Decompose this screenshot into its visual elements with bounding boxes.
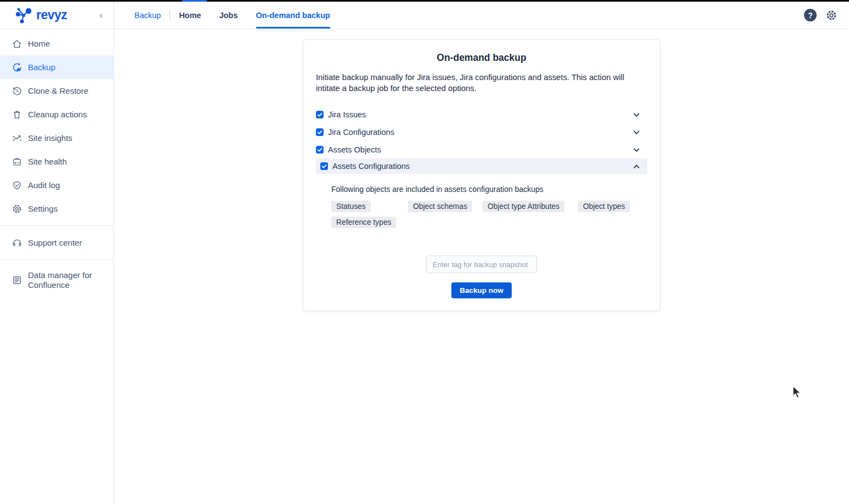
gear-icon xyxy=(11,203,23,215)
history-icon xyxy=(11,85,23,97)
backup-options-list: Jira Issues Jira Configurations xyxy=(316,106,647,228)
sidebar-item-home[interactable]: Home xyxy=(0,32,114,55)
jira-issues-checkbox[interactable] xyxy=(316,111,324,118)
option-label: Assets Objects xyxy=(328,145,381,154)
chevron-down-icon xyxy=(632,146,641,154)
tab-home[interactable]: Home xyxy=(179,2,201,29)
brand-row: revyz ‹ xyxy=(0,2,114,29)
help-icon[interactable]: ? xyxy=(804,9,817,21)
sidebar-item-label: Site health xyxy=(28,157,67,167)
assets-configurations-expanded-panel: Following objects are included in assets… xyxy=(316,185,647,228)
chevron-down-icon xyxy=(632,128,641,137)
sidebar: revyz ‹ Home xyxy=(0,2,114,504)
sidebar-item-label: Support center xyxy=(28,238,82,248)
trend-icon xyxy=(11,132,23,144)
sidebar-item-label: Home xyxy=(28,39,50,49)
option-row-assets-objects[interactable]: Assets Objects xyxy=(316,141,647,158)
submit-row: Backup now xyxy=(316,282,647,298)
headset-icon xyxy=(11,237,23,249)
trash-icon xyxy=(11,109,23,121)
sidebar-divider xyxy=(0,225,114,226)
sidebar-item-audit-log[interactable]: Audit log xyxy=(0,173,114,197)
tab-on-demand-backup[interactable]: On-demand backup xyxy=(256,2,330,29)
chip-statuses: Statuses xyxy=(331,201,371,212)
sidebar-item-label: Backup xyxy=(28,63,55,72)
shield-check-icon xyxy=(11,179,23,191)
sidebar-item-label: Data manager for Confluence xyxy=(28,270,93,290)
sidebar-item-backup[interactable]: Backup xyxy=(0,55,114,79)
included-objects-chips: Statuses Object schemas Object type Attr… xyxy=(331,201,647,228)
chevron-up-icon xyxy=(632,162,641,171)
health-card-icon xyxy=(11,156,23,168)
brand-name: revyz xyxy=(36,8,67,22)
option-row-jira-configurations[interactable]: Jira Configurations xyxy=(316,123,647,141)
tag-input-row xyxy=(316,256,647,273)
assets-objects-checkbox[interactable] xyxy=(316,146,324,154)
sidebar-item-label: Clone & Restore xyxy=(28,86,88,96)
backup-icon xyxy=(11,61,23,73)
assets-configurations-checkbox[interactable] xyxy=(320,162,328,170)
breadcrumb-backup[interactable]: Backup xyxy=(134,2,161,29)
sidebar-item-settings[interactable]: Settings xyxy=(0,197,114,220)
expanded-note: Following objects are included in assets… xyxy=(331,185,647,194)
chip-reference-types: Reference types xyxy=(331,217,396,228)
sidebar-item-site-health[interactable]: Site health xyxy=(0,150,114,173)
revyz-logo-icon xyxy=(14,6,34,25)
jira-configurations-checkbox[interactable] xyxy=(316,128,324,136)
sidebar-item-cleanup-actions[interactable]: Cleanup actions xyxy=(0,103,114,126)
option-label: Jira Configurations xyxy=(328,128,394,137)
card-description: Initiate backup manually for Jira issues… xyxy=(316,72,647,94)
sidebar-nav: Home Backup xyxy=(0,29,114,296)
sidebar-item-label: Audit log xyxy=(28,180,60,190)
sidebar-collapse-button[interactable]: ‹ xyxy=(97,9,106,21)
sidebar-item-data-manager-confluence[interactable]: Data manager for Confluence xyxy=(0,265,114,296)
option-row-jira-issues[interactable]: Jira Issues xyxy=(316,106,647,123)
sidebar-divider xyxy=(0,259,114,260)
backup-now-button[interactable]: Backup now xyxy=(451,282,512,298)
page-title: On-demand backup xyxy=(316,52,647,64)
gear-icon[interactable] xyxy=(825,9,838,22)
top-navigation: Backup Home Jobs On-demand backup ? xyxy=(114,2,849,29)
option-label: Assets Configurations xyxy=(332,162,410,171)
nav-divider xyxy=(169,10,170,20)
browser-edge-strip xyxy=(0,0,849,2)
header-actions: ? xyxy=(804,2,849,29)
option-row-assets-configurations[interactable]: Assets Configurations xyxy=(316,158,647,174)
app-window: revyz ‹ Home xyxy=(0,2,849,504)
tab-jobs[interactable]: Jobs xyxy=(219,2,238,29)
option-label: Jira Issues xyxy=(328,110,366,119)
main-area: Backup Home Jobs On-demand backup ? On-d… xyxy=(114,2,849,504)
tab-indicator-strip xyxy=(182,0,207,2)
chevron-down-icon xyxy=(632,111,641,119)
page-content: On-demand backup Initiate backup manuall… xyxy=(114,29,849,504)
sidebar-item-label: Settings xyxy=(28,204,58,214)
sidebar-item-label: Site insights xyxy=(28,133,72,143)
on-demand-backup-card: On-demand backup Initiate backup manuall… xyxy=(303,39,660,311)
chip-object-type-attributes: Object type Attributes xyxy=(483,201,564,212)
sidebar-item-clone-restore[interactable]: Clone & Restore xyxy=(0,79,114,103)
sidebar-item-label: Cleanup actions xyxy=(28,110,87,120)
sidebar-item-site-insights[interactable]: Site insights xyxy=(0,126,114,150)
chip-object-types: Object types xyxy=(578,201,630,212)
document-icon xyxy=(11,274,23,286)
backup-tag-input[interactable] xyxy=(426,256,537,273)
home-icon xyxy=(11,38,23,50)
nav-tabs: Backup Home Jobs On-demand backup xyxy=(134,2,348,29)
sidebar-item-support-center[interactable]: Support center xyxy=(0,231,114,254)
chip-object-schemas: Object schemas xyxy=(408,201,472,212)
